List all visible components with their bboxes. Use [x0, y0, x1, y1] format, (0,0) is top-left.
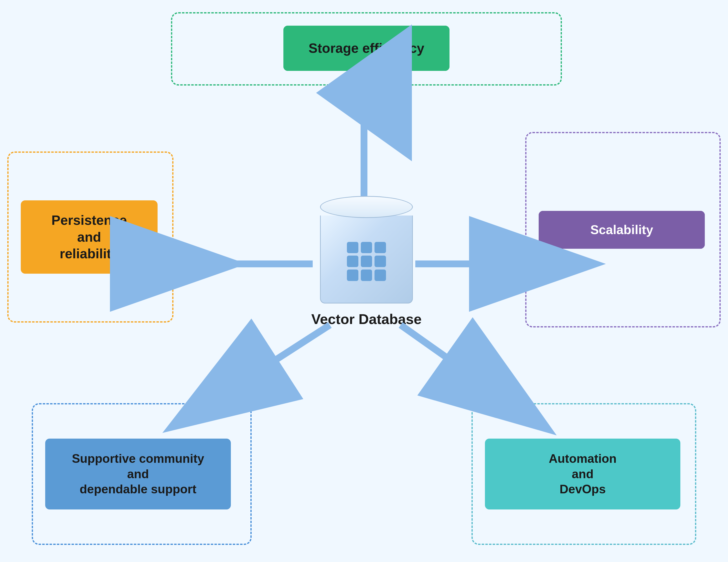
diagram-container: Search performance Storage efficiency Se…	[0, 0, 728, 562]
left-group-container: Security Persistence and reliability	[7, 151, 173, 323]
grid-cell-3	[375, 242, 386, 253]
grid-cell-4	[347, 256, 358, 267]
database-label: Vector Database	[311, 311, 421, 327]
scalability-box: Scalability	[539, 211, 705, 249]
grid-cell-5	[361, 256, 372, 267]
bottom-right-group-container: Usability and scalability Automation and…	[471, 403, 696, 545]
top-group-container: Search performance Storage efficiency	[171, 12, 562, 86]
cylinder-top	[320, 196, 413, 218]
grid-cell-9	[375, 270, 386, 281]
svg-line-7	[220, 325, 330, 396]
vector-database-center: Vector Database	[308, 191, 425, 332]
grid-cell-1	[347, 242, 358, 253]
grid-cell-8	[361, 270, 372, 281]
supportive-community-box: Supportive community and dependable supp…	[45, 439, 231, 509]
grid-cell-6	[375, 256, 386, 267]
svg-line-8	[401, 325, 501, 396]
automation-devops-box: Automation and DevOps	[485, 439, 680, 509]
right-group-container: Data migration Usability Scalability	[525, 132, 721, 327]
persistence-reliability-box: Persistence and reliability	[21, 200, 158, 274]
cylinder-shape	[320, 196, 413, 303]
database-grid-icon	[347, 242, 386, 281]
bottom-left-group-container: Cost-effectiveness Supportive community …	[32, 403, 252, 545]
grid-cell-7	[347, 270, 358, 281]
storage-efficiency-box: Storage efficiency	[283, 26, 450, 71]
grid-cell-2	[361, 242, 372, 253]
